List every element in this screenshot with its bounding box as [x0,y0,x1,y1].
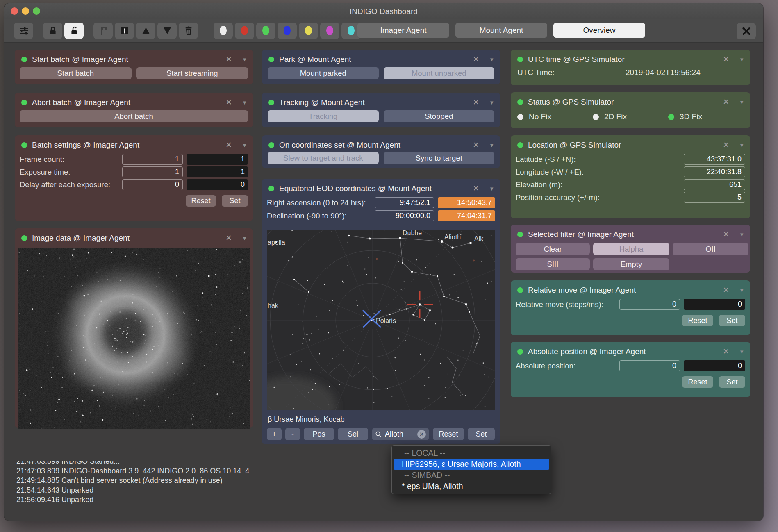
color-green-button[interactable] [256,23,275,39]
close-icon[interactable]: ✕ [225,235,232,241]
filter-siii-button[interactable]: SIII [516,258,590,270]
delay-input[interactable] [122,179,183,190]
close-icon[interactable]: ✕ [473,142,479,148]
star-map[interactable]: apella Dubhe Alioth Alk hak Polaris [267,230,495,410]
close-icon[interactable]: ✕ [473,186,479,191]
field-label: Longitude (-W / +E): [516,168,684,177]
longitude-input[interactable] [684,166,745,177]
search-input[interactable] [385,430,414,439]
tools-button[interactable] [737,23,756,39]
start-batch-button[interactable]: Start batch [20,67,132,79]
set-button[interactable]: Set [222,195,248,207]
chevron-down-icon[interactable]: ▼ [242,100,247,106]
tab-imager-agent[interactable]: Imager Agent [357,23,449,38]
chevron-down-icon[interactable]: ▼ [242,142,247,148]
tab-overview[interactable]: Overview [553,23,645,38]
frame-count-input[interactable] [122,154,183,165]
reset-button[interactable]: Reset [682,315,713,326]
utc-value: 2019-04-02T19:56:24 [626,68,701,77]
elevation-input[interactable] [684,179,745,190]
pos-button[interactable]: Pos [304,428,334,440]
close-icon[interactable]: ✕ [723,57,729,62]
move-down-button[interactable] [157,23,177,39]
dropdown-item-eps-uma[interactable]: * eps UMa, Alioth [392,481,551,492]
accuracy-input[interactable] [684,192,745,203]
delete-button[interactable] [179,23,198,39]
chevron-down-icon[interactable]: ▼ [489,57,494,63]
set-button[interactable]: Set [719,315,745,326]
abort-batch-button[interactable]: Abort batch [20,110,248,122]
tab-mount-agent[interactable]: Mount Agent [455,23,547,38]
sync-to-target-button[interactable]: Sync to target [384,152,495,164]
exposure-time-input[interactable] [122,166,183,177]
close-icon[interactable]: ✕ [225,142,232,148]
declination-input[interactable] [375,210,434,221]
set-button[interactable]: Set [719,376,745,388]
zoom-in-button[interactable]: + [267,428,282,440]
color-yellow-button[interactable] [299,23,318,39]
close-icon[interactable]: ✕ [723,99,729,105]
move-up-button[interactable] [136,23,155,39]
filter-halpha-button[interactable]: Halpha [593,243,669,255]
chevron-down-icon[interactable]: ▼ [739,57,744,63]
close-window-button[interactable] [11,7,18,15]
fix-3d-label: 3D Fix [680,112,702,121]
filter-clear-button[interactable]: Clear [516,243,590,255]
dropdown-item-hip62956[interactable]: HIP62956, ε Ursae Majoris, Alioth [394,459,549,470]
status-dot [21,100,27,105]
color-red-button[interactable] [235,23,254,39]
field-label: Relative move (steps/ms): [516,300,619,309]
mount-parked-button[interactable]: Mount parked [268,67,379,79]
close-icon[interactable]: ✕ [225,100,232,105]
chevron-down-icon[interactable]: ▼ [489,100,494,106]
chevron-down-icon[interactable]: ▼ [739,99,744,105]
stopped-button[interactable]: Stopped [384,110,495,122]
filter-oii-button[interactable]: OII [673,243,748,255]
info-button[interactable] [115,23,134,39]
color-magenta-button[interactable] [320,23,339,39]
close-icon[interactable]: ✕ [723,287,729,293]
close-icon[interactable]: ✕ [473,100,479,105]
close-icon[interactable]: ✕ [225,57,232,62]
chevron-down-icon[interactable]: ▼ [739,287,744,293]
park-button[interactable] [93,23,113,39]
color-blue-button[interactable] [278,23,297,39]
sel-button[interactable]: Sel [338,428,368,440]
relative-move-input[interactable] [619,299,680,310]
reset-button[interactable]: Reset [682,376,713,388]
absolute-position-input[interactable] [619,360,680,371]
chevron-down-icon[interactable]: ▼ [739,349,744,355]
chevron-down-icon[interactable]: ▼ [489,186,494,192]
chevron-down-icon[interactable]: ▼ [489,142,494,148]
reset-button[interactable]: Reset [186,195,216,207]
zoom-out-button[interactable]: - [285,428,300,440]
chevron-down-icon[interactable]: ▼ [242,57,247,63]
panel-title: Abort batch @ Imager Agent [32,98,221,107]
clear-search-icon[interactable]: ✕ [417,430,426,439]
map-reset-button[interactable]: Reset [433,428,464,440]
tracking-button[interactable]: Tracking [268,110,379,122]
close-icon[interactable]: ✕ [723,349,729,355]
minimize-window-button[interactable] [22,7,29,15]
right-ascension-input[interactable] [375,197,434,208]
map-set-button[interactable]: Set [468,428,495,440]
close-icon[interactable]: ✕ [723,142,729,148]
latitude-input[interactable] [684,154,745,165]
sliders-icon [18,25,29,36]
color-white-button[interactable] [214,23,233,39]
chevron-down-icon[interactable]: ▼ [739,142,744,148]
slew-to-target-button[interactable]: Slew to target and track [268,152,379,164]
settings-sliders-button[interactable] [14,23,33,39]
elevation-row: Elevation (m): [511,179,750,190]
chevron-down-icon[interactable]: ▼ [242,235,247,241]
lock-button[interactable] [43,23,62,39]
unlock-button[interactable] [64,23,84,39]
filter-empty-button[interactable]: Empty [593,258,669,270]
close-icon[interactable]: ✕ [473,57,479,62]
object-search-field[interactable]: ✕ [372,428,429,440]
mount-unparked-button[interactable]: Mount unparked [384,67,495,79]
zoom-window-button[interactable] [33,7,40,15]
chevron-down-icon[interactable]: ▼ [739,232,744,238]
start-streaming-button[interactable]: Start streaming [136,67,248,79]
close-icon[interactable]: ✕ [723,232,729,237]
